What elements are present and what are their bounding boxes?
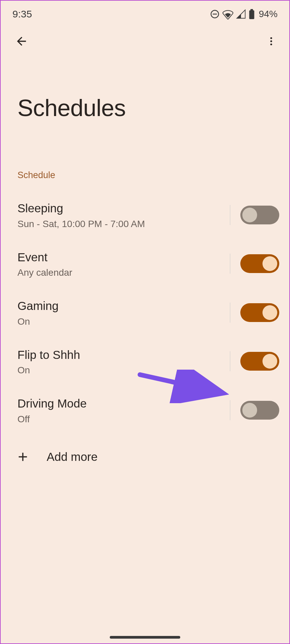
add-more-label: Add more xyxy=(47,450,98,464)
schedule-item-gaming: Gaming On xyxy=(17,288,279,337)
app-bar xyxy=(1,24,289,51)
toggle-driving-mode[interactable] xyxy=(240,401,279,420)
status-time: 9:35 xyxy=(12,8,32,20)
back-button[interactable] xyxy=(13,33,30,49)
section-header: Schedule xyxy=(1,121,289,180)
divider xyxy=(230,254,230,274)
schedule-title: Sleeping xyxy=(17,201,230,216)
schedule-text[interactable]: Sleeping Sun - Sat, 10:00 PM - 7:00 AM xyxy=(17,201,230,229)
svg-rect-1 xyxy=(250,9,253,11)
svg-point-2 xyxy=(270,37,272,39)
schedule-title: Event xyxy=(17,250,230,265)
toggle-sleeping[interactable] xyxy=(240,206,279,224)
schedule-subtitle: Off xyxy=(17,414,230,425)
add-more-button[interactable]: Add more xyxy=(1,435,289,464)
arrow-back-icon xyxy=(15,35,28,48)
schedule-controls xyxy=(230,351,279,371)
schedule-controls xyxy=(230,303,279,323)
dnd-icon xyxy=(210,9,220,19)
schedule-subtitle: Any calendar xyxy=(17,267,230,278)
more-options-button[interactable] xyxy=(263,33,279,49)
toggle-flip-to-shhh[interactable] xyxy=(240,352,279,371)
svg-point-4 xyxy=(270,44,272,45)
divider xyxy=(230,400,230,420)
status-icons: 94% xyxy=(210,9,278,19)
schedule-item-driving-mode: Driving Mode Off xyxy=(17,386,279,435)
schedule-controls xyxy=(230,254,279,274)
battery-icon xyxy=(249,9,255,19)
schedule-item-flip-to-shhh: Flip to Shhh On xyxy=(17,337,279,386)
toggle-thumb xyxy=(262,305,277,320)
schedule-text[interactable]: Flip to Shhh On xyxy=(17,347,230,376)
signal-icon xyxy=(236,9,246,19)
status-bar: 9:35 94% xyxy=(1,1,289,24)
svg-point-3 xyxy=(270,40,272,42)
toggle-thumb xyxy=(262,256,277,271)
schedule-item-sleeping: Sleeping Sun - Sat, 10:00 PM - 7:00 AM xyxy=(17,191,279,239)
schedule-controls xyxy=(230,205,279,225)
nav-handle[interactable] xyxy=(110,636,180,639)
schedule-subtitle: Sun - Sat, 10:00 PM - 7:00 AM xyxy=(17,219,230,229)
toggle-thumb xyxy=(242,403,257,418)
svg-rect-0 xyxy=(249,10,254,19)
toggle-thumb xyxy=(262,354,277,369)
divider xyxy=(230,351,230,371)
more-vert-icon xyxy=(266,36,277,47)
schedule-title: Flip to Shhh xyxy=(17,347,230,363)
schedule-text[interactable]: Driving Mode Off xyxy=(17,396,230,425)
divider xyxy=(230,303,230,323)
toggle-thumb xyxy=(242,208,257,222)
plus-icon xyxy=(16,450,30,464)
page-title: Schedules xyxy=(1,51,289,121)
wifi-icon xyxy=(223,9,233,19)
schedule-title: Driving Mode xyxy=(17,396,230,411)
schedule-title: Gaming xyxy=(17,298,230,314)
divider xyxy=(230,205,230,225)
toggle-gaming[interactable] xyxy=(240,303,279,322)
battery-percentage: 94% xyxy=(259,9,278,19)
schedule-subtitle: On xyxy=(17,365,230,376)
schedule-text[interactable]: Event Any calendar xyxy=(17,250,230,278)
schedule-text[interactable]: Gaming On xyxy=(17,298,230,327)
schedule-subtitle: On xyxy=(17,316,230,327)
schedule-controls xyxy=(230,400,279,420)
toggle-event[interactable] xyxy=(240,254,279,273)
schedule-list: Sleeping Sun - Sat, 10:00 PM - 7:00 AM E… xyxy=(1,180,289,435)
schedule-item-event: Event Any calendar xyxy=(17,239,279,288)
